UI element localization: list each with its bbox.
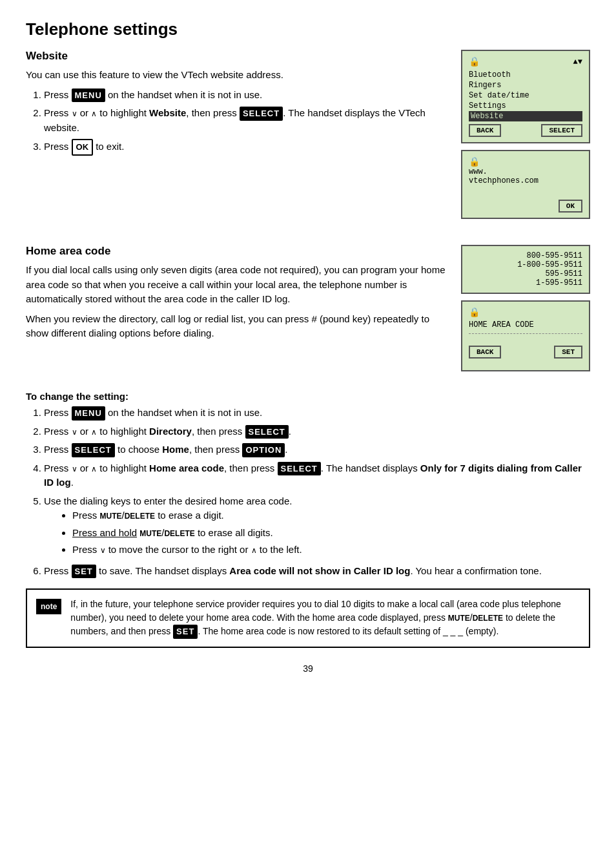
phone-number-4: 1-595-9511 [469,278,582,287]
select-key-2: SELECT [245,425,289,439]
website-screen-column: 🔒 ▲▼ Bluetooth Ringers Set date/time Set… [461,50,590,225]
home-step-5: Use the dialing keys to enter the desire… [44,494,590,557]
menu-item-set-date: Set date/time [469,90,582,101]
home-step-2: Press ∨ or ∧ to highlight Directory, the… [44,424,590,439]
website-step-2: Press ∨ or ∧ to highlight Website, then … [44,106,448,135]
phone-number-3: 595-9511 [469,269,582,278]
phone-number-1: 800-595-9511 [469,251,582,260]
website-text-column: Website You can use this feature to view… [26,50,461,162]
select-key-4: SELECT [278,462,321,476]
home-intro-1: If you dial local calls using only seven… [26,263,448,307]
website-lcd-screen-2: 🔒 www. vtechphones.com OK [461,150,590,219]
set-key-note: SET [173,625,198,639]
delete-key-2: DELETE [164,529,194,538]
website-step-3: Press OK to exit. [44,139,448,156]
website-heading: Website [26,50,448,63]
down-arrow-3: ∨ [72,464,77,473]
up-arrow-2: ∧ [91,428,97,437]
set-key: SET [72,565,96,579]
back-button-2[interactable]: BACK [469,346,501,359]
select-key-1: SELECT [240,107,283,121]
bullet-1: Press MUTE/DELETE to erase a digit. [72,508,590,523]
ok-button-screen[interactable]: OK [559,200,582,213]
home-intro-2: When you review the directory, call log … [26,312,448,341]
to-change-heading: To change the setting: [26,391,590,402]
down-arrow-1: ∨ [72,109,77,118]
bullet-3: Press ∨ to move the cursor to the right … [72,543,590,557]
up-arrow-1: ∧ [91,109,97,118]
home-step-6: Press SET to save. The handset displays … [44,564,590,579]
website-lcd-screen-1: 🔒 ▲▼ Bluetooth Ringers Set date/time Set… [461,50,590,143]
website-steps-list: Press MENU on the handset when it is not… [44,88,448,156]
option-key: OPTION [242,443,285,457]
home-step-1: Press MENU on the handset when it is not… [44,406,590,421]
select-key-3: SELECT [72,443,115,457]
phone-numbers-display: 800-595-9511 1-800-595-9511 595-9511 1-5… [461,245,590,294]
menu-key-2: MENU [72,406,105,421]
home-area-code-section: Home area code If you dial local calls u… [26,245,590,648]
home-area-heading: Home area code [26,245,448,258]
mute-key-2: MUTE [139,529,161,538]
back-button-1[interactable]: BACK [469,124,501,137]
menu-item-bluetooth: Bluetooth [469,70,582,80]
note-text: If, in the future, your telephone servic… [70,598,580,639]
menu-key-1: MENU [72,88,105,103]
lock-icon-2: 🔒 [469,157,480,167]
home-step-3: Press SELECT to choose Home, then press … [44,442,590,457]
website-url-line2: vtechphones.com [469,176,582,185]
menu-item-settings: Settings [469,101,582,111]
page-title: Telephone settings [26,19,590,39]
home-area-lcd-screen: 🔒 HOME AREA CODE BACK SET [461,300,590,371]
home-phone-numbers-column: 800-595-9511 1-800-595-9511 595-9511 1-5… [461,245,590,378]
home-step-4: Press ∨ or ∧ to highlight Home area code… [44,461,590,490]
page-number: 39 [26,663,590,674]
menu-item-website: Website [469,111,582,121]
lock-icon-1: 🔒 [469,56,480,67]
dotted-line [469,333,582,334]
note-box: note If, in the future, your telephone s… [26,588,590,648]
up-arrow-4: ∧ [251,546,257,555]
home-area-code-label: HOME AREA CODE [469,320,582,329]
website-intro: You can use this feature to view the VTe… [26,68,448,83]
website-section: Website You can use this feature to view… [26,50,590,225]
ok-key-1: OK [72,139,94,156]
website-url-line1: www. [469,167,582,176]
lock-icon-3: 🔒 [469,307,480,318]
website-step-1: Press MENU on the handset when it is not… [44,88,448,103]
down-arrow-2: ∨ [72,428,77,437]
scroll-arrows-1: ▲▼ [573,57,582,67]
step5-bullets: Press MUTE/DELETE to erase a digit. Pres… [72,508,590,557]
delete-key-1: DELETE [125,512,155,521]
select-button-1[interactable]: SELECT [541,124,582,137]
delete-key-note: DELETE [473,614,503,623]
down-arrow-4: ∨ [100,546,106,555]
phone-number-2: 1-800-595-9511 [469,260,582,269]
note-label: note [36,599,61,614]
set-button[interactable]: SET [554,346,582,359]
mute-key-note: MUTE [448,614,470,623]
home-steps-list: Press MENU on the handset when it is not… [44,406,590,578]
home-text-column: Home area code If you dial local calls u… [26,245,461,346]
mute-key-1: MUTE [100,512,122,521]
up-arrow-3: ∧ [91,464,97,473]
menu-item-ringers: Ringers [469,80,582,90]
bullet-2: Press and hold MUTE/DELETE to erase all … [72,526,590,541]
